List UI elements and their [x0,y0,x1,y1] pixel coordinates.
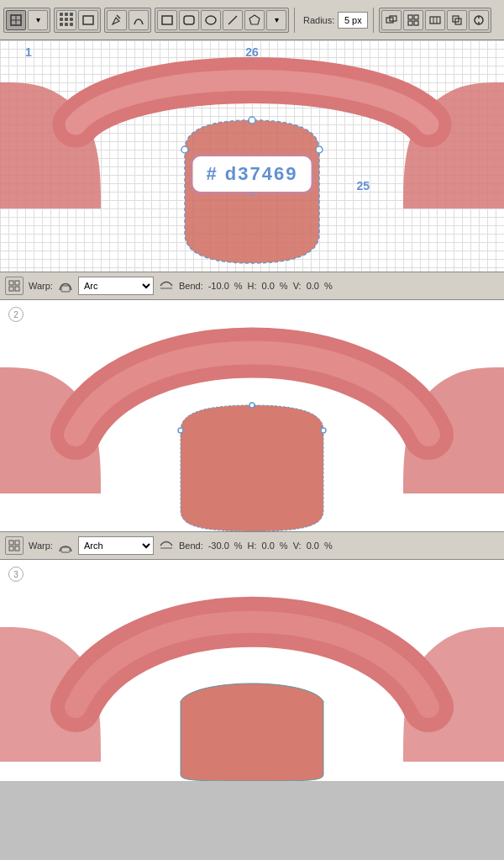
combine-btn[interactable] [447,10,467,30]
svg-rect-47 [61,286,70,292]
svg-point-49 [178,428,183,433]
warp-style-select-1[interactable]: Arc Arch Bulge Shell Lower Shell Upper F… [78,277,154,295]
warp-grid-btn[interactable] [5,277,24,295]
svg-rect-6 [184,16,194,24]
pen-btn[interactable] [107,10,127,30]
svg-rect-14 [408,21,412,25]
shape-group-btn[interactable] [56,10,76,30]
bend-value-2: -30.0 [208,541,229,551]
shape-tools [54,8,101,33]
h-label-2: H: [248,541,257,551]
align-btn[interactable] [403,10,423,30]
warp-bend-icon-2 [159,538,174,553]
svg-rect-56 [61,547,70,552]
more-tools: ▾ [155,8,289,33]
canvas1-num25: 25 [356,179,370,193]
svg-marker-9 [249,15,260,24]
select-tool-btn[interactable] [6,10,26,30]
warp-toolbar-2: Warp: Arc Arch Bulge Shell Lower Shell U… [0,531,504,560]
custom-shape-btn[interactable] [244,10,265,30]
svg-point-40 [249,117,255,124]
v-unit-1: % [324,281,333,291]
v-label-1: V: [293,281,302,291]
svg-point-51 [321,428,326,433]
svg-line-8 [228,16,237,24]
warp-bend-icon [159,278,174,293]
svg-rect-44 [15,281,19,285]
svg-rect-16 [430,17,440,24]
ellipse-btn[interactable] [201,10,221,30]
bend-unit-2: % [234,541,243,551]
top-toolbar: ▾ [0,0,504,40]
v-value-2: 0.0 [307,541,319,551]
h-value-1: 0.0 [262,281,275,291]
radius-label: Radius: [303,15,334,25]
svg-rect-15 [414,21,418,25]
roundrect-btn[interactable] [179,10,199,30]
warp-grid-btn-2[interactable] [5,536,24,555]
bend-label-2: Bend: [179,541,203,551]
svg-rect-54 [9,546,13,551]
svg-rect-45 [9,287,13,291]
canvas3-art [0,560,504,781]
h-value-2: 0.0 [262,541,275,551]
select-tool-btn2[interactable]: ▾ [28,10,48,30]
rect2-btn[interactable] [157,10,177,30]
bend-value-1: -10.0 [208,281,229,291]
bend-unit-1: % [234,281,243,291]
v-unit-2: % [324,541,333,551]
h-label-1: H: [248,281,257,291]
draw-tools [104,8,151,33]
warp-label-2: Warp: [29,541,53,551]
options-btn[interactable] [469,10,489,30]
rect-btn[interactable] [78,10,98,30]
canvas2-number: 2 [8,307,24,322]
separator2 [373,8,374,33]
v-value-1: 0.0 [307,281,319,291]
svg-rect-13 [414,15,418,19]
svg-rect-55 [15,546,19,551]
canvas-2: 2 [0,300,504,531]
canvas2-art [0,300,504,531]
radius-input[interactable] [338,12,368,29]
h-unit-1: % [280,281,288,291]
canvas-3: 3 [0,560,504,781]
svg-point-50 [249,403,255,408]
distribute-btn[interactable] [425,10,445,30]
canvas1-number: 1 [25,45,32,59]
svg-line-4 [117,15,120,18]
line-btn[interactable] [223,10,243,30]
path-btn[interactable] [129,10,149,30]
canvas1-num26: 26 [245,45,259,59]
svg-rect-5 [162,16,172,24]
tool-dropdown-btn[interactable]: ▾ [266,10,286,30]
separator1 [294,8,295,33]
canvas3-number: 3 [8,567,24,582]
v-label-2: V: [293,541,302,551]
arrange-btn[interactable] [381,10,402,30]
svg-rect-52 [9,541,13,545]
canvas-1: 1 26 25 [0,40,504,272]
hex-color-overlay: # d37469 [191,154,314,194]
svg-point-41 [316,146,323,153]
h-unit-2: % [280,541,288,551]
bend-label-1: Bend: [179,281,203,291]
warp-toolbar-1: Warp: Arc Arch Bulge Shell Lower Shell U… [0,272,504,300]
warp-arc-icon [58,278,73,293]
svg-rect-3 [83,16,93,24]
select-tool-group: ▾ [3,8,50,33]
warp-arch-icon [58,538,73,553]
svg-rect-53 [15,541,19,545]
svg-point-7 [206,16,216,24]
warp-style-select-2[interactable]: Arc Arch Bulge Shell Lower Shell Upper F… [78,536,154,555]
right-tools [379,8,491,33]
warp-label-1: Warp: [29,281,53,291]
svg-rect-43 [9,281,13,285]
svg-rect-12 [408,15,412,19]
svg-rect-46 [15,287,19,291]
svg-point-39 [181,146,188,153]
